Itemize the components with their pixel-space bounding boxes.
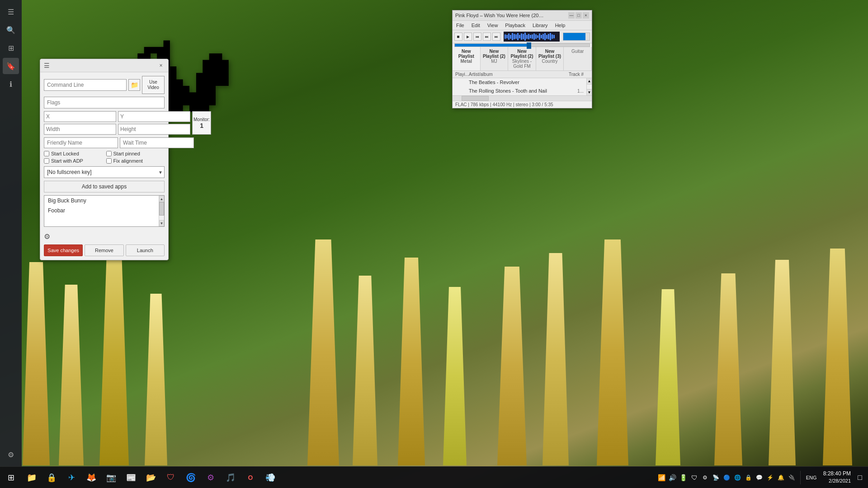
music-prev-button[interactable]: ⏮ (473, 33, 481, 41)
list-item[interactable]: Big Buck Bunny (44, 196, 164, 206)
tray-app3-icon[interactable]: 🔵 (722, 467, 731, 488)
taskbar-photos-icon[interactable]: 📷 (101, 468, 121, 488)
playlist-tab-2[interactable]: New Playlist (2) MJ (481, 47, 509, 70)
language-indicator[interactable]: ENG (804, 475, 819, 480)
start-button[interactable]: ⊞ (0, 467, 22, 488)
playlist-tab-4[interactable]: New Playlist (3) Country (536, 47, 564, 70)
tray-audio-icon[interactable]: 🔊 (668, 467, 677, 488)
taskbar-steam-icon[interactable]: 💨 (260, 468, 280, 488)
taskbar-telegram-icon[interactable]: ✈ (61, 468, 81, 488)
taskbar-rss-icon[interactable]: 📰 (121, 468, 141, 488)
music-titlebar[interactable]: Pink Floyd – Wish You Were Here (2011 Re… (453, 10, 592, 21)
music-maximize-button[interactable]: □ (576, 12, 582, 19)
music-menu-edit[interactable]: Edit (470, 22, 482, 29)
clock[interactable]: 8:28:40 PM 2/28/2021 (821, 470, 854, 484)
music-menu-file[interactable]: File (454, 22, 466, 29)
scrollbar-down-button[interactable]: ▼ (159, 220, 164, 226)
start-pinned-input[interactable] (106, 151, 112, 156)
start-pinned-checkbox[interactable]: Start pinned (106, 151, 165, 156)
window-close-button[interactable]: × (157, 62, 165, 69)
music-hscroll[interactable] (453, 95, 592, 101)
track-scroll-down[interactable]: ▼ (587, 89, 592, 95)
command-line-input[interactable] (44, 79, 127, 91)
tray-app7-icon[interactable]: ⚡ (766, 467, 775, 488)
music-next-button[interactable]: ⏭ (483, 33, 491, 41)
use-video-button[interactable]: Use Video (142, 76, 165, 94)
music-close-button[interactable]: × (583, 12, 589, 19)
launch-button[interactable]: Launch (126, 244, 165, 256)
tray-app6-icon[interactable]: 💬 (755, 467, 764, 488)
scrollbar-thumb[interactable] (159, 202, 164, 216)
start-locked-input[interactable] (44, 151, 49, 156)
x-input[interactable] (44, 111, 116, 122)
start-with-adp-input[interactable] (44, 158, 49, 164)
music-minimize-button[interactable]: — (568, 12, 575, 19)
playlist-tab-1[interactable]: New Playlist Metal (453, 47, 481, 70)
tray-bitwarden-icon[interactable]: 🔒 (744, 467, 753, 488)
waveform-bars (504, 32, 560, 42)
fix-alignment-input[interactable] (106, 158, 112, 164)
apps-panel-icon[interactable]: ⊞ (3, 40, 19, 56)
scrollbar-up-button[interactable]: ▲ (159, 196, 164, 202)
friendly-name-input[interactable] (44, 137, 118, 148)
music-play-button[interactable]: ▶ (464, 33, 472, 41)
save-changes-button[interactable]: Save changes (44, 244, 83, 256)
music-menu-library[interactable]: Library (531, 22, 550, 29)
tray-battery-icon[interactable]: 🔋 (679, 467, 688, 488)
taskbar-files-icon[interactable]: 📁 (22, 468, 42, 488)
music-menu-help[interactable]: Help (553, 22, 567, 29)
y-input[interactable] (118, 111, 190, 122)
tray-app9-icon[interactable]: 🔌 (788, 467, 797, 488)
add-to-saved-button[interactable]: Add to saved apps (44, 181, 165, 192)
taskbar-shield-icon[interactable]: 🛡 (161, 468, 181, 488)
tray-app1-icon[interactable]: ⚙ (701, 467, 710, 488)
tray-app4-icon[interactable]: 🌐 (733, 467, 742, 488)
music-progress-bar[interactable] (454, 43, 590, 47)
track-item-2[interactable]: The Rolling Stones - Tooth and Nail 1... (453, 87, 586, 95)
fullscreen-dropdown[interactable]: [No fullscreen key] (44, 166, 165, 178)
taskbar-edge-icon[interactable]: 🌀 (181, 468, 201, 488)
remove-button[interactable]: Remove (85, 244, 123, 256)
tray-app8-icon[interactable]: 🔔 (777, 467, 786, 488)
saved-apps-list[interactable]: Big Buck Bunny Foobar ▲ ▼ (44, 195, 165, 227)
taskbar-music-player-icon[interactable]: 🎵 (221, 468, 241, 488)
settings-panel-icon[interactable]: ⚙ (3, 446, 19, 463)
width-input[interactable] (44, 124, 116, 135)
start-locked-checkbox[interactable]: Start Locked (44, 151, 103, 156)
start-with-adp-checkbox[interactable]: Start with ADP (44, 158, 103, 164)
taskbar-firefox-icon[interactable]: 🦊 (81, 468, 101, 488)
music-menu-playback[interactable]: Playback (503, 22, 527, 29)
wait-time-input[interactable] (120, 137, 194, 148)
window-menu-icon[interactable]: ☰ (44, 62, 50, 69)
tray-network-icon[interactable]: 📶 (657, 467, 666, 488)
browse-folder-button[interactable]: 📁 (128, 79, 140, 91)
tray-shield2-icon[interactable]: 🛡 (690, 467, 699, 488)
playlist-tab-5[interactable]: Guitar (564, 47, 592, 70)
taskbar-folder-icon[interactable]: 📂 (141, 468, 161, 488)
playlist-tab-3[interactable]: New Playlist (2) Skylines - Gold FM (508, 47, 536, 70)
tray-app2-icon[interactable]: 📡 (712, 467, 721, 488)
track-scroll-up[interactable]: ▲ (587, 78, 592, 84)
fix-alignment-checkbox[interactable]: Fix alignment (106, 158, 165, 164)
list-scrollbar[interactable]: ▲ ▼ (159, 196, 164, 226)
music-stop-button[interactable]: ⏹ (454, 33, 462, 41)
info-panel-icon[interactable]: ℹ (3, 76, 19, 92)
taskbar-vpn-icon[interactable]: ⚙ (201, 468, 221, 488)
bookmark-panel-icon[interactable]: 🔖 (3, 58, 19, 74)
window-settings-icon[interactable]: ⚙ (44, 232, 50, 241)
flags-row (44, 97, 165, 108)
taskbar-security-icon[interactable]: 🔒 (42, 468, 61, 488)
flags-input[interactable] (44, 97, 165, 108)
list-item[interactable]: Foobar (44, 206, 164, 216)
volume-slider[interactable] (563, 33, 590, 41)
music-skip-button[interactable]: ⏭ (492, 33, 500, 41)
waveform-bar (514, 34, 515, 40)
window-titlebar[interactable]: ☰ × (40, 59, 168, 72)
taskbar-office-icon[interactable]: O (241, 468, 260, 488)
music-menu-view[interactable]: View (486, 22, 500, 29)
track-item-1[interactable]: The Beatles - Revolver (453, 78, 586, 87)
notification-icon[interactable]: □ (855, 467, 864, 488)
hamburger-menu-icon[interactable]: ☰ (3, 4, 19, 20)
search-panel-icon[interactable]: 🔍 (3, 22, 19, 38)
height-input[interactable] (118, 124, 190, 135)
